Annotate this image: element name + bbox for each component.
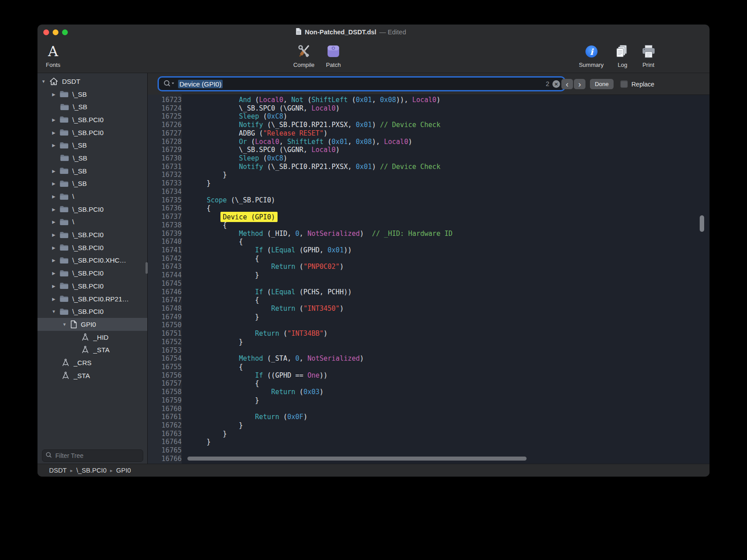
tree-item-label: \_SB.PCI0.RP21…: [72, 295, 129, 303]
line-number: 16723: [148, 96, 187, 104]
find-previous-button[interactable]: ‹: [561, 79, 573, 89]
breadcrumb: DSDT▸\_SB.PCI0▸GPI0: [49, 467, 131, 474]
print-button[interactable]: Print: [634, 42, 663, 68]
disclosure-open-icon[interactable]: ▼: [61, 322, 68, 327]
tree-item-sbpci0[interactable]: ▶\_SB.PCI0: [37, 203, 147, 216]
fonts-button[interactable]: A Fonts: [38, 42, 68, 68]
disclosure-closed-icon[interactable]: ▶: [50, 92, 57, 97]
line-number: 16739: [148, 230, 187, 238]
horizontal-scrollbar-thumb[interactable]: [187, 457, 527, 461]
breadcrumb-item[interactable]: \_SB.PCI0: [76, 467, 107, 474]
folder-icon: [59, 295, 69, 302]
summary-button[interactable]: i Summary: [577, 42, 606, 68]
tree-item-sbpci0[interactable]: ▶\_SB.PCI0: [37, 267, 147, 280]
disclosure-closed-icon[interactable]: ▶: [50, 284, 57, 288]
breadcrumb-separator-icon: ▸: [110, 468, 113, 474]
replace-checkbox[interactable]: [620, 80, 628, 88]
tree-item-gpi0[interactable]: ▼GPI0: [37, 318, 147, 331]
log-button[interactable]: Log: [608, 42, 637, 68]
code-line-16733: 16733 }: [148, 179, 710, 188]
disclosure-closed-icon[interactable]: ▶: [50, 143, 57, 148]
line-number: 16733: [148, 179, 187, 188]
code-line-16726: 16726 Notify (\_SB.PCI0.RP21.PXSX, 0x01)…: [148, 121, 710, 129]
find-search-field[interactable]: Device (GPI0) 2 ×: [159, 78, 564, 90]
compile-button[interactable]: Compile: [289, 42, 319, 68]
done-button[interactable]: Done: [590, 79, 614, 89]
disclosure-closed-icon[interactable]: ▶: [50, 194, 57, 199]
zoom-button[interactable]: [62, 29, 68, 35]
code-line-16751: 16751 Return ("INT34BB"): [148, 329, 710, 338]
disclosure-closed-icon[interactable]: ▶: [50, 181, 57, 186]
filter-tree-field[interactable]: [42, 449, 143, 462]
replace-option: Replace: [620, 79, 654, 89]
tree-item-sb[interactable]: \_SB: [37, 100, 147, 113]
line-number: 16744: [148, 271, 187, 280]
code-text: Or (Local0, ShiftLeft (0x01, 0x08), Loca…: [187, 138, 412, 146]
disclosure-closed-icon[interactable]: ▶: [50, 245, 57, 250]
tree-item-label: \_SB.PCI0: [72, 269, 104, 277]
disclosure-closed-icon[interactable]: ▶: [50, 219, 57, 224]
line-number: 16755: [148, 363, 187, 371]
clear-search-button[interactable]: ×: [552, 80, 560, 88]
disclosure-open-icon[interactable]: ▼: [50, 309, 57, 314]
maciasl-window: Non-Patched_DSDT.dsl — Edited A Fonts Co…: [37, 25, 710, 477]
line-number: 16748: [148, 305, 187, 313]
line-number: 16756: [148, 371, 187, 380]
search-menu-icon[interactable]: [163, 79, 175, 89]
tree-item-sta[interactable]: _STA: [37, 343, 147, 356]
tree-item-[interactable]: ▶\: [37, 216, 147, 229]
disclosure-closed-icon[interactable]: ▶: [50, 232, 57, 237]
tree-item-sbpci0[interactable]: ▶\_SB.PCI0: [37, 280, 147, 292]
tree-item-label: _STA: [93, 346, 109, 354]
tree-item-sb[interactable]: ▶\_SB: [37, 177, 147, 190]
tree-item-sb[interactable]: ▶\_SB: [37, 165, 147, 177]
disclosure-closed-icon[interactable]: ▶: [50, 130, 57, 135]
find-next-button[interactable]: ›: [574, 79, 585, 89]
vertical-scrollbar-thumb[interactable]: [700, 215, 704, 232]
summary-label: Summary: [579, 62, 604, 68]
close-button[interactable]: [43, 29, 49, 35]
disclosure-closed-icon[interactable]: ▶: [50, 207, 57, 212]
main-content: ▼DSDT▶\_SB\_SB▶\_SB.PCI0▶\_SB.PCI0▶\_SB\…: [37, 73, 710, 464]
disclosure-closed-icon[interactable]: ▶: [50, 271, 57, 276]
tree-item-sbpci0[interactable]: ▶\_SB.PCI0: [37, 113, 147, 126]
folder-icon: [59, 218, 69, 226]
line-number: 16729: [148, 146, 187, 154]
tree-item-sb[interactable]: ▶\_SB: [37, 139, 147, 152]
line-number: 16738: [148, 221, 187, 230]
code-line-16763: 16763 }: [148, 430, 710, 438]
disclosure-closed-icon[interactable]: ▶: [50, 169, 57, 173]
disclosure-closed-icon[interactable]: ▶: [50, 117, 57, 122]
line-number: 16745: [148, 280, 187, 288]
code-line-16765: 16765: [148, 446, 710, 455]
disclosure-open-icon[interactable]: ▼: [40, 79, 47, 84]
tree-item-sbpci0[interactable]: ▼\_SB.PCI0: [37, 305, 147, 318]
disclosure-closed-icon[interactable]: ▶: [50, 296, 57, 301]
filter-tree-input[interactable]: [54, 452, 140, 460]
disclosure-closed-icon[interactable]: ▶: [50, 258, 57, 263]
method-icon: [81, 333, 90, 342]
tree-item-sbpci0[interactable]: ▶\_SB.PCI0: [37, 241, 147, 254]
tree-item-hid[interactable]: _HID: [37, 331, 147, 344]
code-editor[interactable]: 16723 And (Local0, Not (ShiftLeft (0x01,…: [148, 95, 710, 464]
tree-item-sbpci0[interactable]: ▶\_SB.PCI0: [37, 228, 147, 241]
tree-item-sb[interactable]: \_SB: [37, 152, 147, 165]
minimize-button[interactable]: [53, 29, 58, 35]
code-line-16743: 16743 Return ("PNP0C02"): [148, 263, 710, 271]
tree-item-sbpci0[interactable]: ▶\_SB.PCI0: [37, 126, 147, 139]
tree-item-sb[interactable]: ▶\_SB: [37, 88, 147, 101]
code-line-16758: 16758 Return (0x03): [148, 388, 710, 396]
folder-icon: [59, 116, 69, 123]
breadcrumb-item[interactable]: DSDT: [49, 467, 66, 474]
tree-item-crs[interactable]: _CRS: [37, 356, 147, 369]
code-text: If (LEqual (GPHD, 0x01)): [187, 246, 352, 255]
tree-item-dsdt[interactable]: ▼DSDT: [37, 75, 147, 88]
pane-splitter-handle[interactable]: [145, 262, 148, 274]
tree-item-sbpci0xhc[interactable]: ▶\_SB.PCI0.XHC…: [37, 254, 147, 267]
tree-item-sta[interactable]: _STA: [37, 369, 147, 382]
tree-item-[interactable]: ▶\: [37, 190, 147, 203]
breadcrumb-item[interactable]: GPI0: [116, 467, 131, 474]
tree-item-label: DSDT: [62, 78, 80, 85]
tree-item-sbpci0rp21[interactable]: ▶\_SB.PCI0.RP21…: [37, 292, 147, 305]
patch-button[interactable]: Patch: [319, 42, 348, 68]
